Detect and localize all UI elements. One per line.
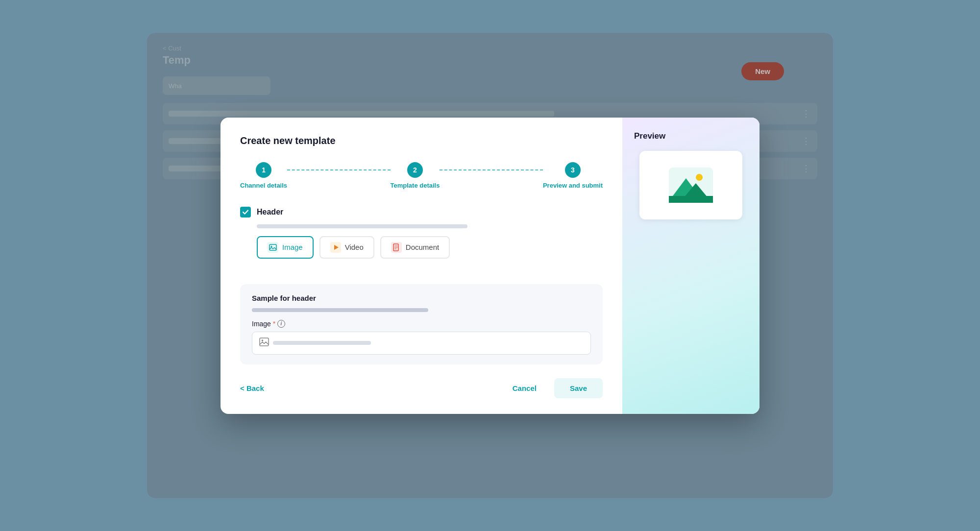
step-2: 2 Template details	[391, 162, 440, 189]
step-3-label: Preview and submit	[543, 182, 603, 189]
sample-box: Sample for header Image * i	[240, 284, 603, 364]
info-icon[interactable]: i	[277, 320, 285, 328]
document-type-button[interactable]: Document	[380, 236, 450, 259]
modal-overlay: Create new template 1 Channel details 2 …	[147, 33, 833, 498]
image-icon-svg	[269, 243, 277, 251]
svg-rect-7	[260, 338, 269, 346]
save-button-label: Save	[570, 384, 587, 392]
step-1: 1 Channel details	[240, 162, 287, 189]
cancel-button[interactable]: Cancel	[503, 379, 546, 397]
header-checkbox[interactable]	[240, 207, 251, 217]
check-icon	[242, 209, 249, 216]
video-btn-label: Video	[345, 243, 364, 251]
step-2-circle: 2	[407, 162, 423, 178]
svg-point-8	[262, 339, 264, 341]
image-input-placeholder-bar	[273, 341, 371, 345]
document-type-icon	[391, 242, 402, 253]
type-buttons: Image Video	[240, 236, 603, 259]
image-type-button[interactable]: Image	[257, 236, 314, 259]
step-1-circle: 1	[256, 162, 271, 178]
header-progress-bar-row	[240, 224, 603, 228]
image-btn-label: Image	[282, 243, 303, 251]
screen-background: < Cust Temp Wha ⋮ ⋮ ⋮ New	[147, 33, 833, 498]
step-3-circle: 3	[565, 162, 581, 178]
step-3: 3 Preview and submit	[543, 162, 603, 189]
document-btn-label: Document	[406, 243, 439, 251]
preview-image-card	[639, 151, 742, 219]
step-connector-1	[287, 169, 390, 170]
image-input-icon	[259, 337, 269, 349]
required-star: *	[273, 320, 275, 327]
header-section: Header	[240, 207, 603, 272]
svg-rect-0	[270, 244, 276, 250]
step-1-label: Channel details	[240, 182, 287, 189]
modal-left-panel: Create new template 1 Channel details 2 …	[220, 118, 622, 414]
modal-footer: < Back Cancel Save	[240, 364, 603, 398]
modal-title: Create new template	[240, 135, 603, 146]
video-icon-svg	[332, 243, 340, 251]
header-label: Header	[257, 208, 283, 217]
image-label-row: Image * i	[252, 320, 591, 328]
image-field-label: Image	[252, 320, 271, 328]
document-icon-svg	[392, 243, 400, 251]
video-type-button[interactable]: Video	[319, 236, 374, 259]
step-2-label: Template details	[391, 182, 440, 189]
svg-rect-13	[669, 196, 713, 203]
save-button[interactable]: Save	[554, 378, 603, 398]
step-connector-2	[440, 169, 542, 170]
image-type-icon	[268, 242, 278, 253]
image-input-row[interactable]	[252, 332, 591, 355]
video-type-icon	[330, 242, 341, 253]
modal-right-panel: Preview	[622, 118, 760, 414]
svg-marker-2	[334, 245, 339, 250]
image-placeholder-icon	[259, 337, 269, 347]
cancel-button-label: Cancel	[513, 384, 537, 392]
back-button-label: < Back	[240, 384, 264, 392]
back-button[interactable]: < Back	[240, 384, 264, 392]
svg-point-10	[696, 174, 703, 181]
footer-right: Cancel Save	[503, 378, 603, 398]
header-progress-bar	[257, 224, 467, 228]
svg-point-1	[271, 245, 272, 247]
header-row: Header	[240, 207, 603, 217]
sample-box-title: Sample for header	[252, 294, 591, 302]
landscape-preview-icon	[669, 168, 713, 203]
modal: Create new template 1 Channel details 2 …	[220, 118, 760, 414]
stepper: 1 Channel details 2 Template details 3 P…	[240, 162, 603, 189]
sample-progress-bar	[252, 308, 428, 312]
preview-title: Preview	[634, 131, 665, 141]
